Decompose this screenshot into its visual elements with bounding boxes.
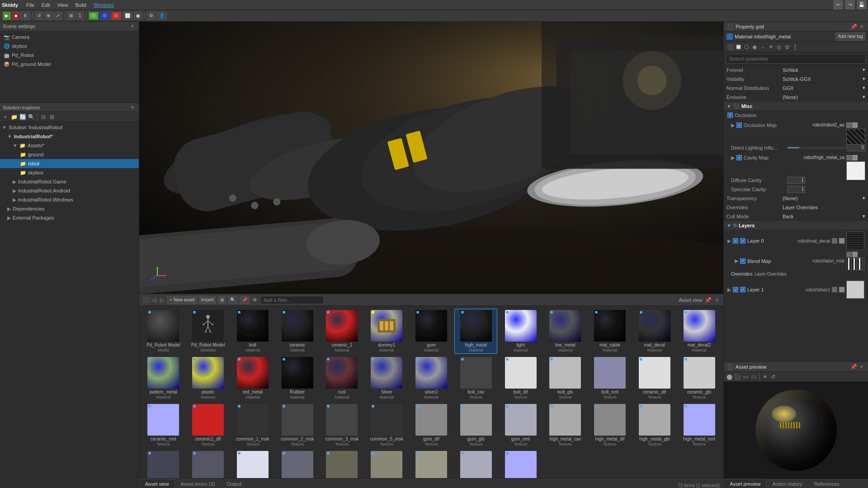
sol-android[interactable]: ▶ IndustrialRobot.Android xyxy=(0,186,139,195)
scene-item-skybox[interactable]: 🌐 skybox xyxy=(0,42,139,51)
asset-filter-input[interactable] xyxy=(260,296,324,304)
asset-item[interactable]: gum_nml Texture xyxy=(499,403,542,448)
color1-btn[interactable]: 🟢 xyxy=(89,12,99,20)
prop-transparency-dropdown[interactable]: (None) ▾ xyxy=(783,195,865,201)
asset-item[interactable]: ceramic_dif Texture xyxy=(633,356,676,401)
blend-thumb[interactable] xyxy=(846,258,864,270)
menu-build[interactable]: Build xyxy=(72,2,89,8)
tab-asset-view[interactable]: Asset view xyxy=(139,479,175,488)
color3-btn[interactable]: 🔴 xyxy=(111,12,121,20)
asset-item[interactable]: low_metal_cav Texture xyxy=(499,450,542,478)
tab-asset-preview[interactable]: Asset preview xyxy=(724,479,766,488)
sol-root[interactable]: ▼ Solution 'IndustrialRobot' xyxy=(0,123,139,132)
avatar-btn[interactable]: 👤 xyxy=(157,12,167,20)
blend-swatch1[interactable] xyxy=(846,252,852,257)
cavity-map-checkbox[interactable] xyxy=(736,155,742,160)
asset-item[interactable]: common_1_msk Texture xyxy=(231,403,274,448)
add-new-tag-btn[interactable]: Add new tag xyxy=(835,33,865,41)
sol-game[interactable]: ▶ IndustrialRobot.Game xyxy=(0,177,139,186)
scene-close-icon[interactable]: × xyxy=(129,23,136,30)
asset-item[interactable]: ceramic_1 Material xyxy=(321,309,363,354)
asset-3-btn[interactable]: ⊞ xyxy=(218,296,226,304)
sol-windows[interactable]: ▶ IndustrialRobot.Windows xyxy=(0,195,139,204)
asset-back-icon[interactable]: ◁ xyxy=(150,296,157,304)
prop-pin-icon[interactable]: 📌 xyxy=(850,23,857,30)
tab-output[interactable]: Output xyxy=(221,479,247,488)
occ-color-swatch1[interactable] xyxy=(846,122,852,128)
asset-item[interactable]: Pd_Robot Model Skeleton xyxy=(187,309,230,354)
preview-plane-icon[interactable]: ▭ xyxy=(742,373,749,380)
sol-collapse-icon[interactable]: ⊟ xyxy=(40,113,47,121)
asset-item[interactable]: ceramic_nml Texture xyxy=(142,403,185,448)
asset-item[interactable]: ceramic_gls Texture xyxy=(678,356,721,401)
sol-refresh-icon[interactable]: 🔄 xyxy=(19,113,26,121)
solution-close-icon[interactable]: × xyxy=(129,104,136,111)
play-btn[interactable]: ▶ xyxy=(3,12,11,20)
asset-item[interactable]: common_3_msk Texture xyxy=(321,403,363,448)
menu-file[interactable]: File xyxy=(24,2,37,8)
asset-pin2-icon[interactable]: 📌 xyxy=(704,296,712,304)
layer0-thumb[interactable] xyxy=(846,232,864,250)
asset-item[interactable]: leather_nml Texture xyxy=(454,450,497,478)
occlusion-map-checkbox[interactable] xyxy=(736,122,742,128)
layer1-swatch2[interactable] xyxy=(839,287,844,292)
preview-rotate-icon[interactable]: ↺ xyxy=(769,373,777,380)
asset-item[interactable]: light Material xyxy=(499,309,542,354)
asset-item[interactable]: Rubber Material xyxy=(276,356,319,401)
prop-cullmode-dropdown[interactable]: Back ▾ xyxy=(783,213,865,219)
layer1-swatch1[interactable] xyxy=(832,287,837,292)
layer0-visible[interactable] xyxy=(740,238,745,244)
asset-eye-icon[interactable]: 👁 xyxy=(251,296,259,304)
direct-lighting-input[interactable] xyxy=(847,144,865,151)
asset-item[interactable]: label2_msk Texture xyxy=(276,450,319,478)
prop-close-icon[interactable]: × xyxy=(858,23,865,30)
pause-btn[interactable]: ⏸ xyxy=(21,12,30,20)
asset-item[interactable]: bolt_dif Texture xyxy=(499,356,542,401)
preview-content[interactable] xyxy=(724,382,868,479)
prop-misc-icon[interactable]: ⋮ xyxy=(792,43,799,51)
prop-basic-icon[interactable]: ⬛ xyxy=(726,43,734,51)
color4-btn[interactable]: ⬜ xyxy=(123,12,132,20)
toolbar-save-btn[interactable]: 💾 xyxy=(857,0,866,9)
preview-pin-icon[interactable]: 📌 xyxy=(850,363,857,371)
prop-layers-icon[interactable]: ⧉ xyxy=(783,43,791,51)
translate-btn[interactable]: ⊕ xyxy=(44,12,52,20)
sol-skybox[interactable]: 📁 skybox xyxy=(0,168,139,177)
asset-item[interactable]: high_metal_cav Texture xyxy=(544,403,587,448)
new-asset-btn[interactable]: + New asset xyxy=(167,296,197,304)
asset-item[interactable]: bolt_gls Texture xyxy=(544,356,587,401)
misc-section-header[interactable]: ▼ ⬛ Misc xyxy=(724,102,868,111)
sol-folder-icon[interactable]: 📁 xyxy=(10,113,18,121)
sol-expand-icon[interactable]: ⊞ xyxy=(48,113,56,121)
tab-references[interactable]: References xyxy=(808,479,845,488)
prop-roughness-icon[interactable]: ◉ xyxy=(751,43,758,51)
scene-item-ground[interactable]: 📦 Pd_ground Model xyxy=(0,60,139,69)
asset-item[interactable]: bolt_nml Texture xyxy=(589,356,632,401)
sol-dependencies[interactable]: ▶ Dependencies xyxy=(0,204,139,213)
asset-item[interactable]: high_metal_dif Texture xyxy=(589,403,632,448)
asset-home-icon[interactable]: ⬛ xyxy=(142,296,149,304)
layers-section-header[interactable]: ▼ ⧉ Layers xyxy=(724,221,868,230)
asset-forward-icon[interactable]: ▷ xyxy=(158,296,165,304)
cav-color-swatch1[interactable] xyxy=(846,155,852,160)
asset-item[interactable]: leather_gls Texture xyxy=(410,450,453,478)
scene-item-robot[interactable]: 🤖 Pd_Robot xyxy=(0,51,139,60)
prop-search-input[interactable] xyxy=(726,54,866,64)
prop-normal-icon[interactable]: ⬡ xyxy=(743,43,750,51)
menu-edit[interactable]: Edit xyxy=(39,2,53,8)
asset-item[interactable]: bolt_cav Texture xyxy=(454,356,497,401)
sol-robot[interactable]: 📁 robot xyxy=(0,159,139,168)
layer1-visible[interactable] xyxy=(740,287,745,292)
asset-item[interactable]: high_metal Material xyxy=(454,309,497,354)
viewport[interactable] xyxy=(139,22,723,294)
layer0-checkbox[interactable] xyxy=(733,238,738,244)
cav-color-swatch2[interactable] xyxy=(852,155,858,160)
sol-assets[interactable]: ▼ 📁 Assets* xyxy=(0,141,139,150)
occlusion-checkbox[interactable] xyxy=(727,113,733,118)
stop-btn[interactable]: ■ xyxy=(12,12,19,20)
color5-btn[interactable]: ◼ xyxy=(134,12,142,20)
view-btn[interactable]: 1 xyxy=(76,12,84,20)
asset-filter-btn[interactable]: 🔍 xyxy=(228,296,238,304)
sol-external[interactable]: ▶ External Packages xyxy=(0,213,139,222)
prop-albedo-icon[interactable]: 🔲 xyxy=(735,43,742,51)
